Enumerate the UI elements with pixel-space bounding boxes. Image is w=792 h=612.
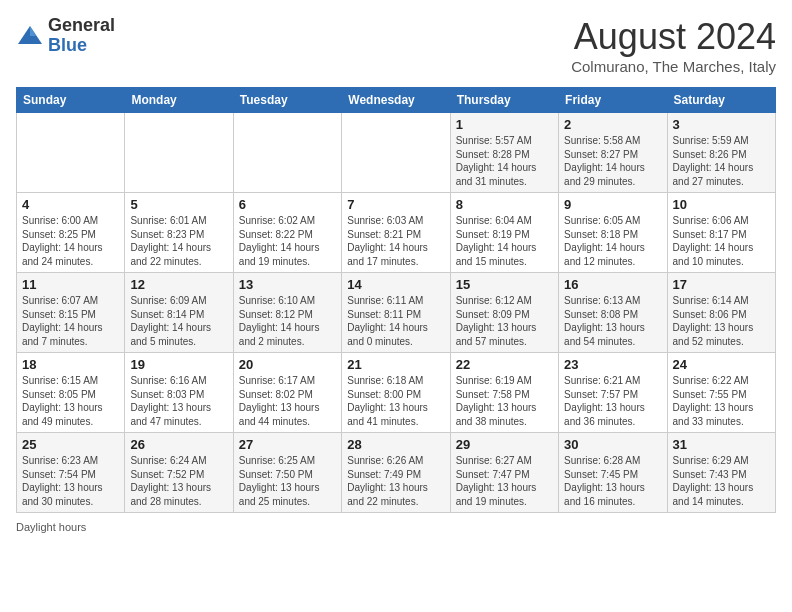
calendar-cell: 30Sunrise: 6:28 AM Sunset: 7:45 PM Dayli… [559,433,667,513]
day-info: Sunrise: 6:10 AM Sunset: 8:12 PM Dayligh… [239,294,336,348]
days-header-row: SundayMondayTuesdayWednesdayThursdayFrid… [17,88,776,113]
calendar-cell: 3Sunrise: 5:59 AM Sunset: 8:26 PM Daylig… [667,113,775,193]
calendar-cell: 5Sunrise: 6:01 AM Sunset: 8:23 PM Daylig… [125,193,233,273]
calendar-cell: 23Sunrise: 6:21 AM Sunset: 7:57 PM Dayli… [559,353,667,433]
day-number: 28 [347,437,444,452]
footer-note: Daylight hours [16,521,776,533]
calendar-cell: 13Sunrise: 6:10 AM Sunset: 8:12 PM Dayli… [233,273,341,353]
day-number: 27 [239,437,336,452]
day-number: 8 [456,197,553,212]
day-info: Sunrise: 6:13 AM Sunset: 8:08 PM Dayligh… [564,294,661,348]
calendar-week-row: 11Sunrise: 6:07 AM Sunset: 8:15 PM Dayli… [17,273,776,353]
day-number: 31 [673,437,770,452]
day-number: 16 [564,277,661,292]
day-header-thursday: Thursday [450,88,558,113]
day-info: Sunrise: 6:29 AM Sunset: 7:43 PM Dayligh… [673,454,770,508]
day-info: Sunrise: 5:58 AM Sunset: 8:27 PM Dayligh… [564,134,661,188]
calendar-cell: 24Sunrise: 6:22 AM Sunset: 7:55 PM Dayli… [667,353,775,433]
day-number: 21 [347,357,444,372]
logo-icon [16,22,44,50]
calendar-cell [342,113,450,193]
day-number: 10 [673,197,770,212]
calendar-cell: 26Sunrise: 6:24 AM Sunset: 7:52 PM Dayli… [125,433,233,513]
day-info: Sunrise: 6:26 AM Sunset: 7:49 PM Dayligh… [347,454,444,508]
calendar-cell: 28Sunrise: 6:26 AM Sunset: 7:49 PM Dayli… [342,433,450,513]
calendar-cell: 21Sunrise: 6:18 AM Sunset: 8:00 PM Dayli… [342,353,450,433]
day-info: Sunrise: 6:17 AM Sunset: 8:02 PM Dayligh… [239,374,336,428]
day-info: Sunrise: 6:23 AM Sunset: 7:54 PM Dayligh… [22,454,119,508]
calendar-cell: 14Sunrise: 6:11 AM Sunset: 8:11 PM Dayli… [342,273,450,353]
day-number: 20 [239,357,336,372]
day-header-saturday: Saturday [667,88,775,113]
day-number: 29 [456,437,553,452]
day-info: Sunrise: 5:57 AM Sunset: 8:28 PM Dayligh… [456,134,553,188]
day-info: Sunrise: 6:28 AM Sunset: 7:45 PM Dayligh… [564,454,661,508]
day-info: Sunrise: 6:05 AM Sunset: 8:18 PM Dayligh… [564,214,661,268]
calendar-cell: 15Sunrise: 6:12 AM Sunset: 8:09 PM Dayli… [450,273,558,353]
day-number: 26 [130,437,227,452]
calendar-title: August 2024 [571,16,776,58]
calendar-cell: 6Sunrise: 6:02 AM Sunset: 8:22 PM Daylig… [233,193,341,273]
calendar-cell [233,113,341,193]
calendar-subtitle: Colmurano, The Marches, Italy [571,58,776,75]
calendar-cell [125,113,233,193]
calendar-cell: 8Sunrise: 6:04 AM Sunset: 8:19 PM Daylig… [450,193,558,273]
day-number: 11 [22,277,119,292]
day-info: Sunrise: 6:07 AM Sunset: 8:15 PM Dayligh… [22,294,119,348]
day-number: 24 [673,357,770,372]
day-info: Sunrise: 6:09 AM Sunset: 8:14 PM Dayligh… [130,294,227,348]
calendar-table: SundayMondayTuesdayWednesdayThursdayFrid… [16,87,776,513]
day-info: Sunrise: 6:01 AM Sunset: 8:23 PM Dayligh… [130,214,227,268]
day-number: 17 [673,277,770,292]
svg-marker-1 [30,26,36,36]
day-info: Sunrise: 6:04 AM Sunset: 8:19 PM Dayligh… [456,214,553,268]
day-info: Sunrise: 6:02 AM Sunset: 8:22 PM Dayligh… [239,214,336,268]
day-info: Sunrise: 6:14 AM Sunset: 8:06 PM Dayligh… [673,294,770,348]
calendar-cell: 29Sunrise: 6:27 AM Sunset: 7:47 PM Dayli… [450,433,558,513]
day-info: Sunrise: 6:19 AM Sunset: 7:58 PM Dayligh… [456,374,553,428]
day-header-wednesday: Wednesday [342,88,450,113]
calendar-week-row: 4Sunrise: 6:00 AM Sunset: 8:25 PM Daylig… [17,193,776,273]
day-number: 4 [22,197,119,212]
day-number: 12 [130,277,227,292]
day-number: 15 [456,277,553,292]
calendar-cell: 2Sunrise: 5:58 AM Sunset: 8:27 PM Daylig… [559,113,667,193]
day-info: Sunrise: 6:15 AM Sunset: 8:05 PM Dayligh… [22,374,119,428]
day-number: 2 [564,117,661,132]
logo-general-text: General [48,15,115,35]
calendar-cell: 11Sunrise: 6:07 AM Sunset: 8:15 PM Dayli… [17,273,125,353]
calendar-cell: 7Sunrise: 6:03 AM Sunset: 8:21 PM Daylig… [342,193,450,273]
day-info: Sunrise: 6:16 AM Sunset: 8:03 PM Dayligh… [130,374,227,428]
calendar-cell: 12Sunrise: 6:09 AM Sunset: 8:14 PM Dayli… [125,273,233,353]
day-info: Sunrise: 5:59 AM Sunset: 8:26 PM Dayligh… [673,134,770,188]
day-info: Sunrise: 6:24 AM Sunset: 7:52 PM Dayligh… [130,454,227,508]
calendar-cell: 27Sunrise: 6:25 AM Sunset: 7:50 PM Dayli… [233,433,341,513]
calendar-cell: 20Sunrise: 6:17 AM Sunset: 8:02 PM Dayli… [233,353,341,433]
day-number: 25 [22,437,119,452]
calendar-cell [17,113,125,193]
day-number: 30 [564,437,661,452]
calendar-cell: 9Sunrise: 6:05 AM Sunset: 8:18 PM Daylig… [559,193,667,273]
day-number: 5 [130,197,227,212]
calendar-cell: 1Sunrise: 5:57 AM Sunset: 8:28 PM Daylig… [450,113,558,193]
day-info: Sunrise: 6:22 AM Sunset: 7:55 PM Dayligh… [673,374,770,428]
day-number: 19 [130,357,227,372]
day-info: Sunrise: 6:03 AM Sunset: 8:21 PM Dayligh… [347,214,444,268]
day-number: 7 [347,197,444,212]
day-number: 3 [673,117,770,132]
header: General Blue August 2024 Colmurano, The … [16,16,776,75]
calendar-cell: 31Sunrise: 6:29 AM Sunset: 7:43 PM Dayli… [667,433,775,513]
day-number: 9 [564,197,661,212]
day-info: Sunrise: 6:18 AM Sunset: 8:00 PM Dayligh… [347,374,444,428]
day-number: 18 [22,357,119,372]
day-header-monday: Monday [125,88,233,113]
calendar-cell: 16Sunrise: 6:13 AM Sunset: 8:08 PM Dayli… [559,273,667,353]
day-info: Sunrise: 6:27 AM Sunset: 7:47 PM Dayligh… [456,454,553,508]
day-number: 1 [456,117,553,132]
day-number: 22 [456,357,553,372]
day-number: 6 [239,197,336,212]
calendar-cell: 10Sunrise: 6:06 AM Sunset: 8:17 PM Dayli… [667,193,775,273]
calendar-cell: 18Sunrise: 6:15 AM Sunset: 8:05 PM Dayli… [17,353,125,433]
calendar-cell: 22Sunrise: 6:19 AM Sunset: 7:58 PM Dayli… [450,353,558,433]
day-info: Sunrise: 6:06 AM Sunset: 8:17 PM Dayligh… [673,214,770,268]
